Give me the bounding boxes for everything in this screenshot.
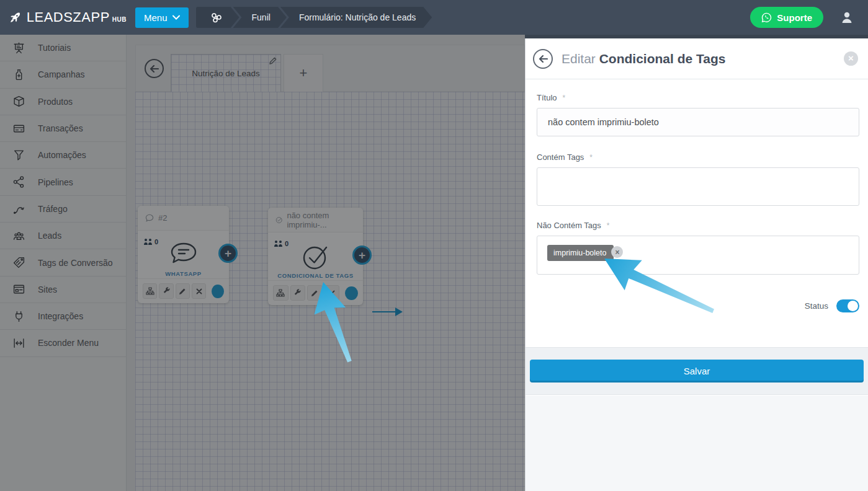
rocket-icon	[9, 9, 22, 26]
breadcrumb-funil-label: Funil	[252, 12, 271, 22]
contem-tags-label: Contém Tags*	[537, 153, 859, 162]
brand-name: LEADSZAPP	[27, 9, 110, 25]
contem-tags-input[interactable]	[537, 167, 859, 206]
breadcrumb-item-funil[interactable]: Funil	[233, 7, 287, 28]
breadcrumb-item-form[interactable]: Formulário: Nutrição de Leads	[280, 7, 432, 28]
menu-button-label: Menu	[144, 12, 168, 23]
funnel-flow-icon	[210, 11, 223, 24]
brand-logo[interactable]: LEADSZAPP HUB	[0, 9, 127, 26]
edit-panel: Editar Condicional de Tags × Título* Con…	[525, 38, 868, 491]
breadcrumb-form-label: Formulário: Nutrição de Leads	[299, 12, 416, 22]
required-asterisk: *	[563, 94, 566, 102]
save-button[interactable]: Salvar	[530, 360, 864, 383]
top-navbar: LEADSZAPP HUB Menu Funil Formulário: Nut…	[0, 0, 868, 35]
support-button[interactable]: Suporte	[750, 7, 823, 28]
tag-chip: imprimiu-boleto ×	[547, 245, 614, 261]
dim-overlay	[0, 35, 525, 491]
panel-footer: Salvar	[526, 347, 868, 395]
remove-x-icon: ×	[615, 248, 619, 257]
status-label: Status	[805, 301, 828, 311]
nao-contem-tags-input[interactable]: imprimiu-boleto ×	[537, 236, 859, 275]
brand-suffix: HUB	[112, 16, 127, 23]
panel-close-button[interactable]: ×	[844, 51, 858, 66]
titulo-label: Título*	[537, 93, 859, 102]
panel-title: Editar Condicional de Tags	[562, 51, 726, 66]
panel-header: Editar Condicional de Tags ×	[526, 38, 868, 79]
chevron-down-icon	[172, 15, 180, 20]
breadcrumb: Funil Formulário: Nutrição de Leads	[196, 7, 432, 28]
tag-remove-button[interactable]: ×	[611, 246, 623, 258]
toggle-knob	[848, 301, 858, 311]
nao-contem-tags-label: Não Contém Tags*	[537, 221, 859, 230]
breadcrumb-funnel-icon-item[interactable]	[196, 7, 239, 28]
panel-back-button[interactable]	[533, 49, 553, 69]
required-asterisk: *	[589, 153, 593, 162]
workspace-area: Tutoriais Campanhas Produtos Transações …	[0, 35, 525, 491]
close-icon: ×	[848, 53, 854, 63]
panel-form: Título* Contém Tags* Não Contém Tags* im…	[526, 79, 868, 312]
back-arrow-icon	[539, 55, 548, 63]
status-row: Status	[537, 299, 859, 312]
support-button-label: Suporte	[777, 12, 812, 23]
whatsapp-icon	[761, 12, 772, 23]
menu-button[interactable]: Menu	[135, 7, 189, 28]
status-toggle[interactable]	[836, 299, 859, 312]
required-asterisk: *	[607, 221, 610, 230]
panel-bottom-area	[526, 396, 868, 491]
titulo-input[interactable]	[537, 108, 859, 136]
user-avatar-icon[interactable]	[839, 10, 854, 25]
